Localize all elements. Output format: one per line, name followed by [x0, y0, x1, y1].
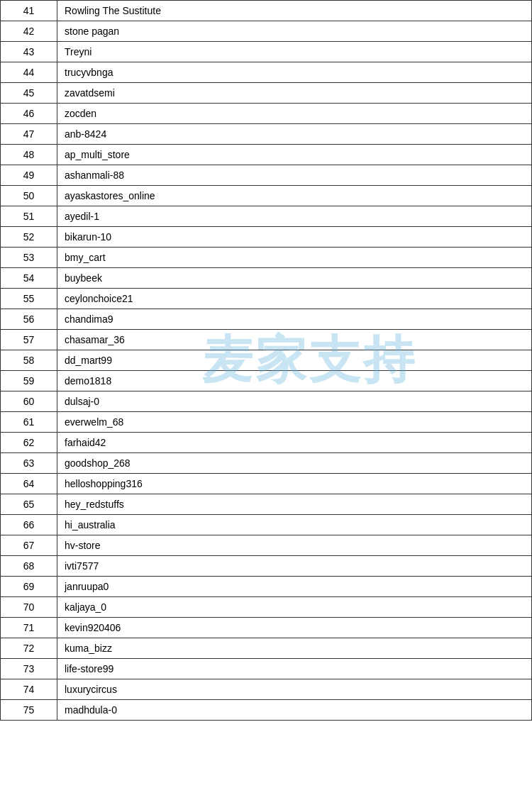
row-number: 58 — [1, 350, 57, 371]
row-number: 61 — [1, 412, 57, 433]
row-number: 60 — [1, 391, 57, 412]
table-row: 69janruupa0 — [1, 577, 532, 597]
table-row: 70kaljaya_0 — [1, 597, 532, 618]
table-row: 54buybeek — [1, 268, 532, 289]
table-row: 66hi_australia — [1, 515, 532, 535]
row-number: 46 — [1, 104, 57, 124]
row-number: 71 — [1, 618, 57, 638]
row-name: zavatdsemi — [57, 83, 532, 104]
row-number: 44 — [1, 62, 57, 83]
table-row: 53bmy_cart — [1, 248, 532, 268]
row-name: chasamar_36 — [57, 330, 532, 350]
row-number: 70 — [1, 597, 57, 618]
table-row: 47anb-8424 — [1, 124, 532, 145]
row-number: 41 — [1, 1, 57, 21]
row-name: farhaid42 — [57, 433, 532, 453]
row-name: everwelm_68 — [57, 412, 532, 433]
table-row: 68ivti7577 — [1, 556, 532, 577]
table-row: 48ap_multi_store — [1, 145, 532, 165]
row-name: kevin920406 — [57, 618, 532, 638]
table-row: 74luxurycircus — [1, 679, 532, 700]
row-number: 65 — [1, 494, 57, 515]
row-name: dd_mart99 — [57, 350, 532, 371]
row-name: ivti7577 — [57, 556, 532, 577]
table-row: 45zavatdsemi — [1, 83, 532, 104]
row-number: 73 — [1, 659, 57, 679]
row-name: ashanmali-88 — [57, 165, 532, 186]
row-name: ap_multi_store — [57, 145, 532, 165]
row-number: 54 — [1, 268, 57, 289]
table-row: 65hey_redstuffs — [1, 494, 532, 515]
row-name: janruupa0 — [57, 577, 532, 597]
row-name: ayedil-1 — [57, 206, 532, 227]
row-number: 64 — [1, 474, 57, 494]
table-row: 58dd_mart99 — [1, 350, 532, 371]
row-name: helloshopping316 — [57, 474, 532, 494]
row-name: hi_australia — [57, 515, 532, 535]
table-row: 42stone pagan — [1, 21, 532, 42]
row-name: bmy_cart — [57, 248, 532, 268]
row-name: madhdula-0 — [57, 700, 532, 721]
table-row: 44trucyvbnga — [1, 62, 532, 83]
row-name: chandima9 — [57, 309, 532, 330]
table-row: 49ashanmali-88 — [1, 165, 532, 186]
row-number: 56 — [1, 309, 57, 330]
row-number: 72 — [1, 638, 57, 659]
main-container: 麦家支持 41Rowling The Sustitute42stone paga… — [0, 0, 532, 721]
table-row: 71kevin920406 — [1, 618, 532, 638]
row-number: 49 — [1, 165, 57, 186]
row-name: Treyni — [57, 42, 532, 62]
table-row: 62farhaid42 — [1, 433, 532, 453]
row-number: 63 — [1, 453, 57, 474]
row-name: zocden — [57, 104, 532, 124]
row-number: 75 — [1, 700, 57, 721]
table-row: 43Treyni — [1, 42, 532, 62]
table-row: 50ayaskastores_online — [1, 186, 532, 206]
table-row: 72kuma_bizz — [1, 638, 532, 659]
row-number: 57 — [1, 330, 57, 350]
table-row: 60dulsaj-0 — [1, 391, 532, 412]
row-name: hey_redstuffs — [57, 494, 532, 515]
row-name: Rowling The Sustitute — [57, 1, 532, 21]
row-name: kaljaya_0 — [57, 597, 532, 618]
table-row: 75madhdula-0 — [1, 700, 532, 721]
table-row: 63goodshop_268 — [1, 453, 532, 474]
row-number: 45 — [1, 83, 57, 104]
row-number: 62 — [1, 433, 57, 453]
row-number: 53 — [1, 248, 57, 268]
table-row: 56chandima9 — [1, 309, 532, 330]
row-number: 68 — [1, 556, 57, 577]
table-row: 61everwelm_68 — [1, 412, 532, 433]
row-number: 59 — [1, 371, 57, 391]
table-row: 51ayedil-1 — [1, 206, 532, 227]
row-name: hv-store — [57, 535, 532, 556]
table-row: 64helloshopping316 — [1, 474, 532, 494]
row-name: anb-8424 — [57, 124, 532, 145]
row-number: 74 — [1, 679, 57, 700]
row-name: goodshop_268 — [57, 453, 532, 474]
row-name: buybeek — [57, 268, 532, 289]
row-name: life-store99 — [57, 659, 532, 679]
row-number: 52 — [1, 227, 57, 248]
table-row: 73life-store99 — [1, 659, 532, 679]
row-number: 43 — [1, 42, 57, 62]
table-row: 57chasamar_36 — [1, 330, 532, 350]
row-number: 66 — [1, 515, 57, 535]
table-row: 59demo1818 — [1, 371, 532, 391]
row-number: 69 — [1, 577, 57, 597]
row-name: demo1818 — [57, 371, 532, 391]
row-name: stone pagan — [57, 21, 532, 42]
row-name: ceylonchoice21 — [57, 289, 532, 309]
table-row: 52bikarun-10 — [1, 227, 532, 248]
row-number: 48 — [1, 145, 57, 165]
row-name: ayaskastores_online — [57, 186, 532, 206]
row-name: kuma_bizz — [57, 638, 532, 659]
row-number: 50 — [1, 186, 57, 206]
row-number: 67 — [1, 535, 57, 556]
table-row: 46zocden — [1, 104, 532, 124]
row-number: 51 — [1, 206, 57, 227]
row-number: 47 — [1, 124, 57, 145]
table-row: 55ceylonchoice21 — [1, 289, 532, 309]
row-name: luxurycircus — [57, 679, 532, 700]
row-name: trucyvbnga — [57, 62, 532, 83]
